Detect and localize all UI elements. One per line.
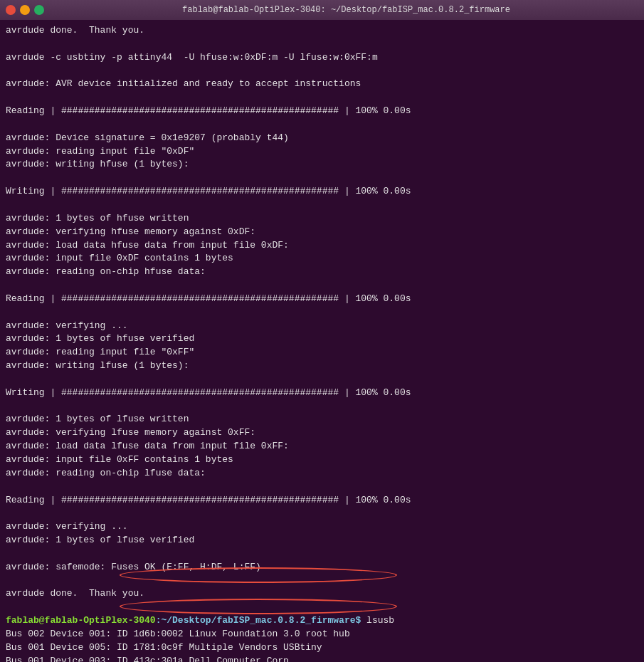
terminal-line: avrdude: reading input file "0xFF" — [6, 346, 638, 359]
terminal-line: avrdude: verifying hfuse memory against … — [6, 226, 638, 239]
terminal-line: avrdude: 1 bytes of hfuse verified — [6, 332, 638, 346]
terminal-line: Bus 001 Device 003: ID 413c:301a Dell Co… — [6, 655, 638, 662]
window-title: fablab@fablab-OptiPlex-3040: ~/Desktop/f… — [54, 5, 638, 15]
empty-line — [6, 601, 638, 614]
terminal-line: avrdude: 1 bytes of lfuse verified — [6, 534, 638, 547]
close-button[interactable] — [6, 5, 16, 15]
terminal-line: avrdude: 1 bytes of lfuse written — [6, 413, 638, 426]
progress-line: Reading | ##############################… — [6, 293, 638, 306]
empty-line — [6, 507, 638, 520]
terminal-line: Bus 002 Device 001: ID 1d6b:0002 Linux F… — [6, 628, 638, 641]
empty-line — [6, 65, 638, 78]
terminal-line: avrdude: load data lfuse data from input… — [6, 440, 638, 453]
terminal-line: avrdude: safemode: Fuses OK (E:FF, H:DF,… — [6, 561, 638, 574]
terminal-line: avrdude done. Thank you. — [6, 587, 638, 601]
terminal-line: avrdude: Device signature = 0x1e9207 (pr… — [6, 132, 638, 145]
terminal-line: avrdude: input file 0xFF contains 1 byte… — [6, 453, 638, 467]
empty-line — [6, 199, 638, 212]
empty-line — [6, 306, 638, 320]
terminal-lines: avrdude done. Thank you.avrdude -c usbti… — [6, 24, 638, 662]
progress-line: Reading | ##############################… — [6, 494, 638, 508]
empty-line — [6, 172, 638, 185]
terminal-line: avrdude: reading on-chip hfuse data: — [6, 266, 638, 279]
terminal-line: avrdude: load data hfuse data from input… — [6, 239, 638, 253]
empty-line — [6, 547, 638, 561]
empty-line — [6, 480, 638, 494]
terminal-line: avrdude -c usbtiny -p attiny44 -U hfuse:… — [6, 51, 638, 65]
empty-line — [6, 574, 638, 588]
progress-line: Writing | ##############################… — [6, 387, 638, 400]
empty-line — [6, 400, 638, 414]
empty-line — [6, 373, 638, 387]
terminal-body[interactable]: avrdude done. Thank you.avrdude -c usbti… — [0, 20, 644, 662]
command-line: fablab@fablab-OptiPlex-3040:~/Desktop/fa… — [6, 614, 638, 628]
empty-line — [6, 38, 638, 51]
terminal-line: avrdude done. Thank you. — [6, 24, 638, 38]
maximize-button[interactable] — [34, 5, 44, 15]
terminal-line: avrdude: verifying lfuse memory against … — [6, 426, 638, 440]
terminal-line: avrdude: input file 0xDF contains 1 byte… — [6, 252, 638, 266]
terminal-line: avrdude: reading on-chip lfuse data: — [6, 467, 638, 480]
empty-line — [6, 279, 638, 293]
terminal-line: avrdude: verifying ... — [6, 520, 638, 534]
empty-line — [6, 118, 638, 132]
progress-line: Writing | ##############################… — [6, 185, 638, 199]
terminal-line: avrdude: 1 bytes of hfuse written — [6, 212, 638, 226]
progress-line: Reading | ##############################… — [6, 105, 638, 118]
terminal-window: fablab@fablab-OptiPlex-3040: ~/Desktop/f… — [0, 0, 644, 662]
usbtiny-line-1: Bus 001 Device 005: ID 1781:0c9f Multipl… — [6, 641, 638, 655]
terminal-line: avrdude: AVR device initialized and read… — [6, 78, 638, 91]
titlebar: fablab@fablab-OptiPlex-3040: ~/Desktop/f… — [0, 0, 644, 20]
empty-line — [6, 91, 638, 105]
minimize-button[interactable] — [20, 5, 30, 15]
terminal-line: avrdude: verifying ... — [6, 320, 638, 333]
terminal-line: avrdude: reading input file "0xDF" — [6, 145, 638, 159]
terminal-line: avrdude: writing lfuse (1 bytes): — [6, 359, 638, 373]
terminal-line: avrdude: writing hfuse (1 bytes): — [6, 158, 638, 172]
